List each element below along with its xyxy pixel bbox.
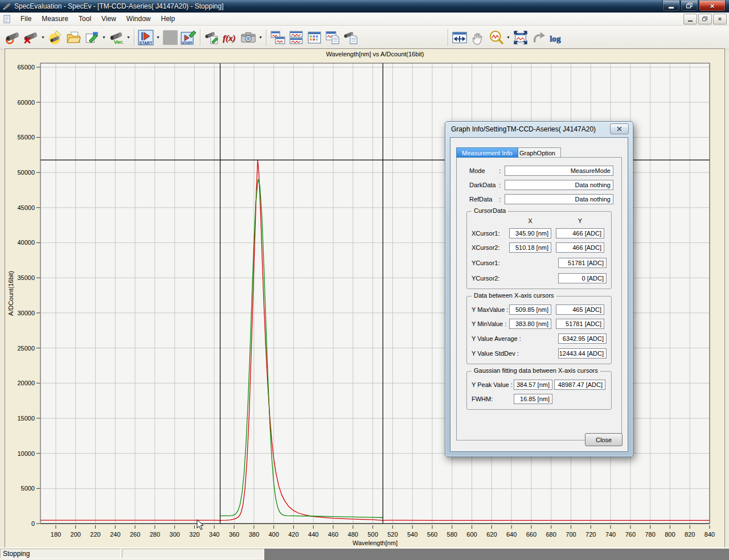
dialog-close-button[interactable] xyxy=(610,123,629,134)
child-close-button[interactable]: × xyxy=(713,14,727,24)
stop-icon xyxy=(162,30,178,46)
status-secondary xyxy=(122,549,264,558)
menu-measure[interactable]: Measure xyxy=(36,14,73,24)
save-edit-button[interactable] xyxy=(83,28,101,47)
measurement-info-page: Mode : MeasureMode DarkData : Data nothi… xyxy=(456,157,622,440)
yavg-field: 6342.95 [ADC] xyxy=(558,333,607,344)
zoom-button[interactable] xyxy=(487,28,505,47)
version-dropdown[interactable]: ▼ xyxy=(125,29,132,46)
palette-grid-button[interactable] xyxy=(305,28,323,47)
connect-device-button[interactable] xyxy=(3,28,22,47)
save-edit-icon xyxy=(84,30,99,45)
svg-text:5000: 5000 xyxy=(21,485,35,492)
pan-hand-button[interactable] xyxy=(469,28,487,47)
ymin-row: Y MinValue : 383.80 [nm] 51781 [ADC] xyxy=(472,319,607,329)
svg-text:10000: 10000 xyxy=(17,450,35,457)
colon: : xyxy=(499,182,505,188)
edit-data-button[interactable] xyxy=(203,28,221,47)
restore-button[interactable] xyxy=(681,1,698,11)
menu-bar: File Measure Tool View Window Help × xyxy=(0,13,729,26)
xcursor1-row: XCursor1: 345.90 [nm] 466 [ADC] xyxy=(472,228,607,238)
svg-text:780: 780 xyxy=(645,531,655,538)
peak-label: Y Peak Value : xyxy=(472,381,514,388)
tab-measurement-info[interactable]: Measurement Info xyxy=(456,147,518,158)
toolbar-separator xyxy=(448,29,448,46)
svg-text:380: 380 xyxy=(249,531,259,538)
xcursor1-y-field: 466 [ADC] xyxy=(556,228,604,238)
snapshot-dropdown[interactable]: ▼ xyxy=(257,29,264,46)
mode-value-field: MeasureMode xyxy=(505,166,613,176)
svg-text:15000: 15000 xyxy=(17,415,35,422)
darkdata-row: DarkData : Data nothing xyxy=(469,180,613,190)
svg-text:740: 740 xyxy=(605,531,616,538)
peak-row: Y Peak Value : 384.57 [nm] 48987.47 [ADC… xyxy=(472,380,607,390)
zoom-dropdown[interactable]: ▼ xyxy=(505,29,511,46)
svg-text:820: 820 xyxy=(685,531,695,538)
fx-icon: f(x) xyxy=(222,30,238,46)
svg-text:220: 220 xyxy=(90,531,100,538)
svg-text:500: 500 xyxy=(367,531,378,538)
cursor-measure-icon xyxy=(452,30,468,46)
fwhm-row: FWHM: 16.85 [nm] xyxy=(472,394,607,404)
open-folder-icon xyxy=(66,30,81,45)
menu-window[interactable]: Window xyxy=(121,14,156,24)
menu-file[interactable]: File xyxy=(15,14,36,24)
svg-text:400: 400 xyxy=(268,531,279,538)
svg-text:55000: 55000 xyxy=(17,134,35,141)
stop-measure-button[interactable] xyxy=(161,28,179,47)
cursor-measure-button[interactable] xyxy=(450,28,469,47)
data-report-icon xyxy=(343,30,358,45)
fit-window-button[interactable] xyxy=(511,28,530,47)
child-restore-button[interactable] xyxy=(698,14,712,24)
svg-text:640: 640 xyxy=(506,531,517,538)
ystddev-row: Y Value StdDev : 12443.44 [ADC] xyxy=(472,348,607,359)
svg-text:440: 440 xyxy=(308,531,318,538)
overlay-windows-button[interactable] xyxy=(269,28,287,47)
toolbar-separator xyxy=(266,29,267,46)
version-button[interactable]: Ver. xyxy=(107,28,125,47)
disconnect-dropdown[interactable]: ▼ xyxy=(40,29,46,46)
function-button[interactable]: f(x) xyxy=(221,28,239,47)
svg-text:A/DCount(16bit): A/DCount(16bit) xyxy=(7,271,14,316)
open-file-button[interactable] xyxy=(64,28,83,47)
log-scale-button[interactable]: log xyxy=(548,28,566,47)
disconnect-device-button[interactable] xyxy=(22,28,40,47)
dark-measure-button[interactable] xyxy=(46,28,64,47)
data-report-button[interactable] xyxy=(342,28,360,47)
menu-help[interactable]: Help xyxy=(156,14,181,24)
svg-text:800: 800 xyxy=(665,531,675,538)
menu-tool[interactable]: Tool xyxy=(73,14,96,24)
hand-icon xyxy=(470,30,486,46)
svg-text:log: log xyxy=(550,34,561,43)
ycursor1-row: YCursor1: 51781 [ADC] xyxy=(472,258,607,268)
close-icon: × xyxy=(710,2,715,10)
save-edit-dropdown[interactable]: ▼ xyxy=(101,29,107,46)
snapshot-button[interactable] xyxy=(239,28,257,47)
start-edit-icon: START xyxy=(181,30,196,46)
svg-text:760: 760 xyxy=(625,531,636,538)
tab-graph-option[interactable]: GraphOption xyxy=(514,147,561,158)
svg-text:START: START xyxy=(182,41,193,44)
refdata-row: RefData : Data nothing xyxy=(469,194,613,204)
start-measure-button[interactable]: START xyxy=(137,28,155,47)
close-button[interactable]: × xyxy=(699,1,726,11)
cursor-columns-header: X Y xyxy=(472,217,607,224)
child-minimize-button[interactable] xyxy=(683,14,697,24)
menu-view[interactable]: View xyxy=(96,14,121,24)
svg-text:30000: 30000 xyxy=(17,310,35,316)
dialog-close-action-button[interactable]: Close xyxy=(585,433,622,446)
svg-text:Ver.: Ver. xyxy=(114,38,124,44)
svg-text:300: 300 xyxy=(170,531,180,538)
start-edit-button[interactable]: START xyxy=(179,28,198,47)
toolbar-separator xyxy=(134,29,134,46)
fit-window-icon xyxy=(513,30,529,46)
graph-report-button[interactable] xyxy=(323,28,342,47)
minimize-button[interactable] xyxy=(662,1,680,11)
svg-text:580: 580 xyxy=(447,531,457,538)
toolbar: ▼ ▼ Ver. xyxy=(0,26,729,50)
darkdata-label: DarkData xyxy=(469,182,499,188)
start-dropdown[interactable]: ▼ xyxy=(155,29,161,46)
undo-button[interactable] xyxy=(530,28,548,47)
multi-graph-button[interactable] xyxy=(287,28,305,47)
graph-report-icon xyxy=(325,30,340,45)
